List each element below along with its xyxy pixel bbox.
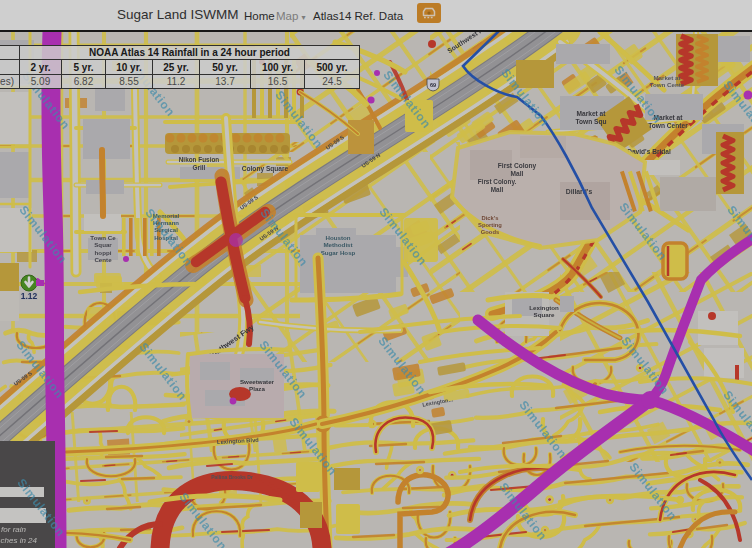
svg-text:hoppi: hoppi	[95, 249, 112, 256]
svg-text:Square: Square	[534, 311, 556, 318]
svg-text:Mall: Mall	[511, 170, 524, 177]
svg-text:Methodist: Methodist	[323, 241, 352, 248]
svg-text:Cente: Cente	[94, 256, 112, 263]
svg-text:Sugar Hosp: Sugar Hosp	[321, 249, 356, 256]
svg-text:Houston: Houston	[325, 234, 350, 241]
svg-text:1.12: 1.12	[21, 291, 38, 301]
svg-text:First Colony: First Colony	[498, 162, 537, 170]
svg-text:Town Squ: Town Squ	[575, 118, 606, 126]
svg-text:Goods: Goods	[481, 229, 499, 235]
svg-text:Lexington: Lexington	[529, 304, 559, 311]
svg-text:69: 69	[430, 82, 436, 88]
svg-text:Sweetwater: Sweetwater	[240, 378, 275, 385]
svg-text:Dillard's: Dillard's	[566, 188, 593, 195]
svg-text:Dick's: Dick's	[482, 215, 499, 221]
svg-text:Mall: Mall	[491, 186, 504, 193]
svg-text:Values used for rain: Values used for rain	[0, 525, 27, 534]
svg-text:Plaza: Plaza	[249, 385, 265, 392]
svg-text:Town Ce: Town Ce	[90, 234, 116, 241]
svg-text:Squar: Squar	[94, 241, 112, 248]
svg-text:Colony Square: Colony Square	[242, 165, 289, 173]
svg-text:Nikon Fusion: Nikon Fusion	[179, 156, 220, 163]
svg-text:Market at: Market at	[653, 74, 680, 81]
svg-text:Sporting: Sporting	[478, 222, 502, 228]
svg-text:Market at: Market at	[577, 110, 607, 117]
svg-text:Town Cente: Town Cente	[650, 81, 685, 88]
svg-text:Grill: Grill	[193, 164, 206, 171]
svg-text:Pallina Brooks Dr: Pallina Brooks Dr	[211, 474, 253, 480]
svg-text:depth in inches in 24: depth in inches in 24	[0, 536, 38, 545]
